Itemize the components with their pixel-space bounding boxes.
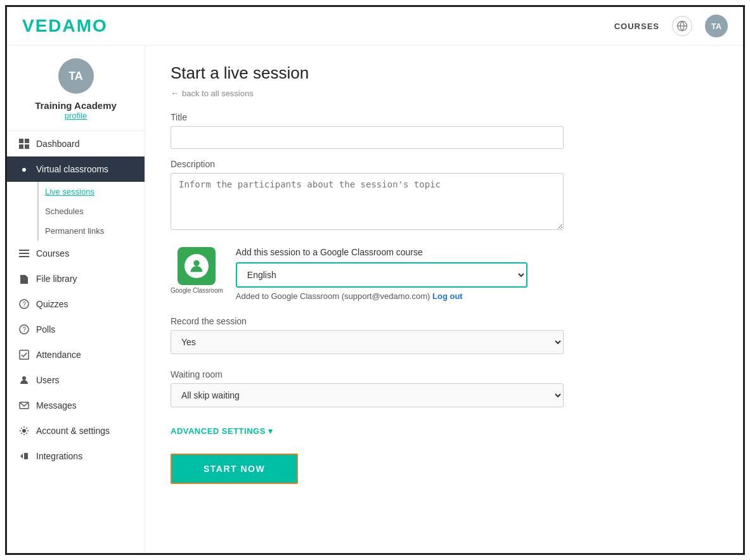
- integrations-icon: [18, 450, 30, 462]
- sidebar-label-account-settings: Account & settings: [36, 426, 110, 436]
- sidebar-label-attendance: Attendance: [36, 350, 81, 360]
- dashboard-icon: [18, 138, 30, 150]
- sidebar-item-live-sessions[interactable]: Live sessions: [37, 182, 145, 201]
- back-arrow-icon: ←: [171, 88, 179, 98]
- sidebar-label-polls: Polls: [36, 324, 55, 334]
- back-link-text: back to all sessions: [182, 89, 254, 98]
- svg-rect-6: [19, 250, 29, 251]
- header: VEDAMO COURSES TA: [7, 7, 743, 46]
- sidebar-name: Training Academy: [35, 100, 117, 111]
- attendance-icon: [18, 349, 30, 360]
- quizzes-icon: ?: [18, 298, 30, 310]
- file-library-icon: [18, 273, 30, 284]
- sidebar-item-integrations[interactable]: Integrations: [7, 443, 145, 469]
- sidebar-nav: Dashboard ● Virtual classrooms Live sess…: [7, 131, 145, 553]
- svg-rect-2: [19, 139, 23, 143]
- sidebar-label-dashboard: Dashboard: [36, 139, 80, 149]
- sidebar-avatar: TA: [58, 58, 94, 94]
- sidebar-item-permanent-links[interactable]: Permanent links: [37, 221, 145, 241]
- svg-point-16: [22, 429, 26, 433]
- gc-course-select[interactable]: English: [236, 262, 527, 288]
- waiting-room-select[interactable]: All skip waiting All wait Guests wait: [171, 383, 564, 407]
- title-label: Title: [171, 112, 718, 122]
- advanced-settings-toggle[interactable]: ADVANCED SETTINGS ▾: [171, 426, 718, 436]
- record-select[interactable]: Yes No: [171, 330, 564, 354]
- messages-icon: [18, 400, 30, 411]
- advanced-settings-chevron-icon: ▾: [268, 426, 273, 436]
- sidebar-profile-link[interactable]: profile: [65, 111, 87, 120]
- sidebar-item-virtual-classrooms[interactable]: ● Virtual classrooms: [7, 156, 145, 182]
- svg-rect-4: [19, 144, 23, 149]
- sidebar-item-dashboard[interactable]: Dashboard: [7, 131, 145, 156]
- sidebar-sub-nav: Live sessions Schedules Permanent links: [7, 182, 145, 241]
- sidebar-profile: TA Training Academy profile: [7, 46, 145, 131]
- description-label: Description: [171, 159, 718, 169]
- advanced-settings-label: ADVANCED SETTINGS: [171, 426, 266, 436]
- sidebar-label-file-library: File library: [36, 274, 77, 284]
- google-classroom-person-icon: [184, 254, 209, 278]
- waiting-room-label: Waiting room: [171, 369, 718, 379]
- svg-text:?: ?: [23, 301, 27, 308]
- google-classroom-section: Google Classroom Add this session to a G…: [171, 247, 718, 301]
- sidebar-item-account-settings[interactable]: Account & settings: [7, 418, 145, 443]
- sidebar-label-quizzes: Quizzes: [36, 299, 68, 309]
- sidebar-item-file-library[interactable]: File library: [7, 266, 145, 291]
- record-label: Record the session: [171, 316, 718, 326]
- account-settings-icon: [18, 425, 30, 436]
- google-classroom-icon: [178, 247, 216, 285]
- svg-rect-5: [25, 144, 29, 149]
- title-input[interactable]: [171, 126, 564, 149]
- svg-point-14: [22, 376, 26, 380]
- polls-icon: ?: [18, 324, 30, 335]
- sidebar-item-schedules[interactable]: Schedules: [37, 201, 145, 221]
- sidebar-label-integrations: Integrations: [36, 451, 82, 461]
- waiting-room-section: Waiting room All skip waiting All wait G…: [171, 369, 718, 407]
- svg-rect-3: [25, 139, 29, 143]
- sidebar-label-users: Users: [36, 375, 60, 385]
- record-section: Record the session Yes No: [171, 316, 718, 354]
- user-avatar[interactable]: TA: [705, 15, 728, 37]
- sidebar-item-messages[interactable]: Messages: [7, 393, 145, 418]
- sidebar-label-virtual-classrooms: Virtual classrooms: [36, 164, 108, 174]
- sidebar-item-attendance[interactable]: Attendance: [7, 342, 145, 367]
- svg-text:?: ?: [23, 326, 27, 333]
- gc-logout-link[interactable]: Log out: [432, 291, 463, 301]
- start-now-button[interactable]: START NOW: [171, 454, 298, 484]
- header-right: COURSES TA: [614, 15, 728, 37]
- sidebar: TA Training Academy profile Dash: [7, 46, 145, 553]
- logo: VEDAMO: [22, 16, 108, 36]
- description-textarea[interactable]: [171, 173, 564, 230]
- sidebar-item-users[interactable]: Users: [7, 367, 145, 393]
- language-icon[interactable]: [672, 16, 692, 36]
- gc-add-text: Add this session to a Google Classroom c…: [236, 247, 527, 257]
- sidebar-item-polls[interactable]: ? Polls: [7, 317, 145, 342]
- google-classroom-label: Google Classroom: [171, 287, 223, 294]
- courses-icon: [18, 248, 30, 259]
- svg-point-18: [194, 260, 200, 266]
- sidebar-label-courses: Courses: [36, 248, 69, 258]
- page-title: Start a live session: [171, 63, 718, 83]
- svg-rect-13: [20, 350, 29, 359]
- svg-rect-7: [19, 253, 29, 254]
- svg-rect-8: [19, 256, 29, 257]
- main-content: Start a live session ← back to all sessi…: [145, 46, 743, 553]
- virtual-classrooms-icon: ●: [18, 163, 30, 175]
- back-link[interactable]: ← back to all sessions: [171, 88, 718, 98]
- svg-rect-17: [24, 453, 28, 459]
- gc-added-text: Added to Google Classroom (support@vedam…: [236, 291, 527, 301]
- users-icon: [18, 374, 30, 386]
- sidebar-item-quizzes[interactable]: ? Quizzes: [7, 291, 145, 317]
- google-classroom-right: Add this session to a Google Classroom c…: [236, 247, 527, 301]
- sidebar-label-messages: Messages: [36, 400, 77, 410]
- google-classroom-icon-wrapper: Google Classroom: [171, 247, 223, 294]
- sidebar-item-courses[interactable]: Courses: [7, 241, 145, 266]
- courses-nav-link[interactable]: COURSES: [614, 22, 659, 31]
